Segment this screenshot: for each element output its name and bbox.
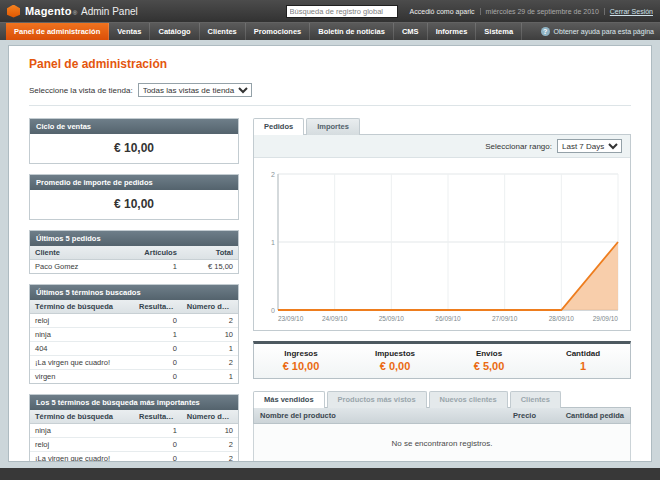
table-cell: 2 [182, 452, 238, 463]
nav-item[interactable]: CMS [394, 23, 428, 40]
table-cell: 2 [182, 438, 238, 452]
table-cell: 1 [182, 370, 238, 384]
table-cell: 1 [134, 260, 182, 274]
total-value: 1 [536, 360, 630, 372]
table-row[interactable]: ninja110 [30, 424, 238, 438]
total-label: Cantidad [536, 349, 630, 358]
svg-text:26/09/10: 26/09/10 [435, 315, 461, 322]
global-search-input[interactable] [286, 5, 398, 18]
dashboard-totals: Ingresos€ 10,00Impuestos€ 0,00Envíos€ 5,… [253, 341, 631, 379]
chart-box: Seleccionar rango: Last 7 Days 01223/09/… [253, 134, 631, 331]
column-header: Resultados [134, 410, 182, 424]
svg-text:0: 0 [271, 307, 275, 314]
nav-item[interactable]: Informes [428, 23, 477, 40]
table-row[interactable]: ¡La virgen que cuadro!02 [30, 356, 238, 370]
store-switcher: Seleccione la vista de tienda: Todas las… [29, 83, 631, 106]
nav-item[interactable]: Sistema [476, 23, 522, 40]
last-search-terms-table: Término de búsquedaResultadosNúmero de u… [30, 300, 238, 383]
dashboard-columns: Ciclo de ventas € 10,00 Promedio de impo… [29, 118, 631, 462]
card-title: Últimos 5 términos buscados [30, 285, 238, 300]
table-cell: 404 [30, 342, 134, 356]
card-title: Ciclo de ventas [30, 119, 238, 134]
tab: Productos más vistos [327, 391, 427, 408]
svg-text:27/09/10: 27/09/10 [492, 315, 518, 322]
card-title: Últimos 5 pedidos [30, 231, 238, 246]
table-row[interactable]: virgen01 [30, 370, 238, 384]
table-row[interactable]: reloj02 [30, 314, 238, 328]
table-cell: Paco Gomez [30, 260, 134, 274]
svg-text:25/09/10: 25/09/10 [379, 315, 405, 322]
table-cell: ninja [30, 328, 134, 342]
table-cell: 0 [134, 356, 182, 370]
header-date: miércoles 29 de septiembre de 2010 [480, 8, 605, 15]
table-cell: ¡La virgen que cuadro! [30, 452, 134, 463]
table-row[interactable]: ninja110 [30, 328, 238, 342]
top-search-terms-table: Término de búsquedaResultadosNúmero de u… [30, 410, 238, 462]
tab[interactable]: Pedidos [253, 118, 304, 135]
column-header: Total [182, 246, 238, 260]
total-label: Impuestos [348, 349, 442, 358]
chart-wrap: 01223/09/1024/09/1025/09/1026/09/1027/09… [254, 158, 630, 330]
table-row[interactable]: 40401 [30, 342, 238, 356]
store-view-select[interactable]: Todas las vistas de tienda [138, 83, 252, 97]
right-column: PedidosImportes Seleccionar rango: Last … [253, 118, 631, 462]
tab: Clientes [510, 391, 561, 408]
column-header: Número de usos [182, 410, 238, 424]
last-orders-card: Últimos 5 pedidos ClienteArtículosTotalP… [29, 230, 239, 274]
svg-text:1: 1 [271, 239, 275, 246]
dashboard-tabs: PedidosImportes [253, 118, 631, 134]
svg-text:2: 2 [271, 171, 275, 178]
magento-admin-window: Magento ® Admin Panel Accedió como apari… [0, 0, 660, 480]
range-select[interactable]: Last 7 Days [557, 139, 622, 153]
header: Magento ® Admin Panel Accedió como apari… [0, 0, 660, 22]
table-cell: 0 [134, 438, 182, 452]
total-value: € 0,00 [348, 360, 442, 372]
top-search-terms-card: Los 5 términos de búsqueda más important… [29, 394, 239, 462]
column-header: Término de búsqueda [30, 410, 134, 424]
products-grid-header: Nombre del productoPrecioCantidad pedida [253, 407, 631, 424]
table-cell: € 15,00 [182, 260, 238, 274]
store-switcher-label: Seleccione la vista de tienda: [29, 86, 133, 95]
table-cell: 1 [134, 328, 182, 342]
total-value: € 10,00 [254, 360, 348, 372]
left-column: Ciclo de ventas € 10,00 Promedio de impo… [29, 118, 239, 462]
table-cell: 10 [182, 328, 238, 342]
help-link[interactable]: Obtener ayuda para esta página [541, 23, 654, 40]
nav-item[interactable]: Catálogo [150, 23, 199, 40]
nav-item[interactable]: Boletín de noticias [310, 23, 394, 40]
table-row[interactable]: Paco Gomez1€ 15,00 [30, 260, 238, 274]
nav-item[interactable]: Clientes [200, 23, 246, 40]
help-icon [541, 27, 550, 36]
nav-item[interactable]: Panel de administración [6, 23, 109, 40]
tab[interactable]: Importes [306, 118, 360, 135]
table-cell: 2 [182, 356, 238, 370]
svg-text:28/09/10: 28/09/10 [549, 315, 575, 322]
column-header: Artículos [134, 246, 182, 260]
brand-suffix: Admin Panel [81, 6, 138, 17]
svg-text:23/09/10: 23/09/10 [278, 315, 304, 322]
table-cell: 1 [134, 424, 182, 438]
table-cell: 0 [134, 370, 182, 384]
footer-bar [0, 468, 660, 480]
logout-link[interactable]: Cerrar Sesión [610, 8, 653, 15]
average-orders-value: € 10,00 [30, 190, 238, 219]
table-cell: 2 [182, 314, 238, 328]
svg-text:24/09/10: 24/09/10 [322, 315, 348, 322]
column-header: Número de usos [182, 300, 238, 314]
table-row[interactable]: ¡La virgen que cuadro!02 [30, 452, 238, 463]
grid-column-header: Nombre del producto [254, 408, 472, 423]
table-cell: 0 [134, 314, 182, 328]
last-search-terms-card: Últimos 5 términos buscados Término de b… [29, 284, 239, 384]
column-header: Término de búsqueda [30, 300, 134, 314]
table-row[interactable]: reloj02 [30, 438, 238, 452]
table-cell: 0 [134, 342, 182, 356]
tab[interactable]: Más vendidos [253, 391, 325, 408]
average-orders-card: Promedio de importe de pedidos € 10,00 [29, 174, 239, 220]
total-value: € 5,00 [442, 360, 536, 372]
svg-text:29/09/10: 29/09/10 [593, 315, 619, 322]
grid-column-header: Precio [472, 408, 542, 423]
nav-item[interactable]: Ventas [109, 23, 150, 40]
table-cell: 0 [134, 452, 182, 463]
nav-item[interactable]: Promociones [246, 23, 311, 40]
main-nav: Panel de administraciónVentasCatálogoCli… [0, 22, 660, 40]
